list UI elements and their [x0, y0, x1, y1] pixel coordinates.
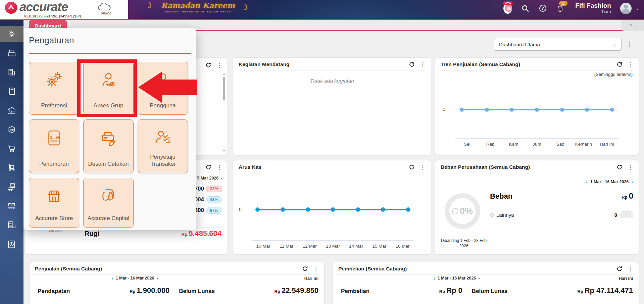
tile-accurate-store[interactable]: Accurate Store	[29, 178, 79, 227]
dashboard-selector[interactable]: Dashboard Utama ⌄	[494, 38, 622, 51]
divider	[490, 207, 633, 207]
donut-percent: 0%	[460, 206, 473, 216]
dashboard-selector-value: Dashboard Utama	[499, 42, 540, 47]
tile-preferensi[interactable]: Preferensi	[29, 62, 79, 115]
kebab-menu-icon[interactable]: ⋮	[313, 266, 319, 272]
tile-desain-cetakan[interactable]: Desain Cetakan	[83, 119, 134, 173]
refresh-icon[interactable]	[205, 164, 212, 170]
tile-penomoran[interactable]: 1...99 Penomoran	[29, 119, 79, 173]
page-indicator: 1	[630, 23, 632, 28]
sidebar-item-reports[interactable]	[0, 236, 23, 252]
trend-arrow-icon: →	[452, 208, 458, 214]
tile-accurate-capital[interactable]: RP Accurate Capital	[83, 178, 134, 227]
app-version: v1.0.1#3790-587261 [3499P12DP]	[23, 14, 82, 18]
sidebar-item-inventory[interactable]	[0, 160, 23, 176]
sidebar-item-purchases[interactable]	[0, 141, 23, 157]
legend-value: 0	[614, 212, 617, 218]
kebab-menu-icon[interactable]: ⋮	[216, 62, 222, 68]
svg-text:1...99: 1...99	[50, 135, 60, 139]
chevron-right-icon[interactable]: ›	[220, 175, 222, 181]
mascot-news-button[interactable]: NEW	[503, 4, 512, 13]
tile-label: Penomoran	[39, 160, 69, 167]
refresh-icon[interactable]	[302, 265, 308, 272]
refresh-icon[interactable]	[408, 61, 415, 68]
chevron-left-icon[interactable]: ‹	[434, 275, 435, 281]
refresh-icon[interactable]	[205, 62, 212, 68]
bank-cash-icon	[7, 105, 17, 115]
legend-label: Lainnya	[496, 212, 514, 218]
scroll-down-icon[interactable]: ▼	[222, 149, 226, 152]
refresh-icon[interactable]	[616, 61, 623, 68]
profile-chevron-down-icon[interactable]: ⌄	[636, 6, 639, 11]
sidebar-item-cash-register[interactable]	[0, 45, 23, 61]
chevron-right-icon[interactable]: ›	[156, 275, 158, 281]
tile-penyetuju-transaksi[interactable]: Penyetuju Transaksi	[138, 119, 188, 173]
ramadan-banner: Ramadan Kareem SELAMAT MENUNAIKAN IBADAH…	[158, 1, 238, 13]
help-button[interactable]: ?	[538, 4, 547, 13]
x-axis-line	[252, 240, 414, 241]
kebab-menu-icon[interactable]: ⋮	[628, 164, 633, 170]
pendapatan-label: Pendapatan	[38, 288, 70, 295]
profile-menu-button[interactable]	[620, 4, 632, 13]
pembelian-values-row: Pembelian RpRp 0 Belum Lunas RpRp 47.114…	[341, 286, 633, 295]
chevron-left-icon[interactable]: ‹	[112, 275, 113, 281]
notifications-button[interactable]: 2	[556, 4, 564, 13]
tile-pengguna[interactable]: Pengguna	[138, 62, 188, 115]
beban-value: 0	[629, 191, 633, 200]
top-header: Ramadan Kareem SELAMAT MENUNAIKAN IBADAH…	[0, 0, 644, 19]
kebab-menu-icon[interactable]: ⋮	[216, 164, 222, 170]
date-range-partial: 5 Mar 2026	[197, 176, 218, 181]
manufacture-conveyor-icon	[7, 201, 17, 211]
brand-name: accurate	[19, 0, 68, 14]
sidebar-item-bank[interactable]	[0, 102, 23, 118]
x-tick: 13 Mar	[321, 244, 344, 249]
widget-title: Tren Penjualan (Semua Cabang)	[441, 61, 616, 67]
sidebar-item-manufacture[interactable]	[0, 198, 23, 214]
refresh-icon[interactable]	[616, 265, 623, 272]
chevron-right-icon[interactable]: ›	[631, 179, 633, 185]
tile-label: Pengguna	[150, 102, 176, 109]
sidebar-item-settings[interactable]	[0, 26, 23, 42]
widget-scrollbar[interactable]: ▲ ▼	[222, 72, 226, 152]
sidebar-item-journal[interactable]	[0, 83, 23, 99]
scroll-up-icon[interactable]: ▲	[222, 72, 226, 75]
page-selector[interactable]: 1 ⌄	[623, 20, 644, 31]
dashboard-options-kebab[interactable]: ⋮	[626, 40, 633, 48]
kebab-menu-icon[interactable]: ⋮	[420, 164, 426, 170]
fixed-asset-icon	[7, 182, 17, 192]
search-button[interactable]	[521, 4, 530, 13]
empty-state-text: Tidak ada kegiatan	[233, 78, 431, 84]
kebab-menu-icon[interactable]: ⋮	[420, 62, 426, 67]
rugi-value: 5.485.604	[189, 229, 221, 238]
sales-tag-rp-icon: Rp	[7, 124, 17, 135]
currency-prefix: Rp	[130, 289, 135, 294]
sidebar-item-company[interactable]	[0, 64, 23, 80]
date-range-row: ‹ 1 Mar - 16 Mar 2026 ›	[586, 179, 633, 185]
refresh-icon[interactable]	[616, 164, 623, 170]
report-chart-icon	[7, 239, 17, 249]
chevron-left-icon[interactable]: ‹	[586, 179, 588, 185]
cash-register-icon	[7, 48, 17, 58]
refresh-icon[interactable]	[408, 164, 415, 170]
notification-count-badge: 2	[559, 1, 567, 6]
kebab-menu-icon[interactable]: ⋮	[628, 266, 633, 272]
legend-bullet-icon	[490, 213, 494, 217]
brand-online-label: online	[101, 11, 111, 15]
sidebar-item-tax[interactable]: TAX	[0, 217, 23, 233]
x-tick-labels: 10 Mar 11 Mar 12 Mar 13 Mar 14 Mar 15 Ma…	[252, 244, 414, 249]
kebab-menu-icon[interactable]: ⋮	[628, 62, 633, 67]
x-tick: Hari ini	[595, 142, 618, 147]
user-name: Tiara	[575, 9, 611, 14]
sidebar-item-assets[interactable]	[0, 179, 23, 195]
scroll-thumb[interactable]	[223, 77, 225, 100]
widget-title: Kegiatan Mendatang	[239, 61, 408, 67]
ramadan-banner-title: Ramadan Kareem	[158, 1, 238, 10]
tax-document-icon: TAX	[7, 220, 17, 230]
currency-prefix: Rp	[622, 195, 627, 200]
app-root: Ramadan Kareem SELAMAT MENUNAIKAN IBADAH…	[0, 0, 644, 304]
tile-akses-grup[interactable]: Akses Grup	[83, 62, 134, 115]
percent-pill: 23%	[206, 186, 222, 192]
chevron-right-icon[interactable]: ›	[478, 275, 480, 281]
laba-rugi-row: 004 43%	[195, 196, 222, 203]
sidebar-item-sales[interactable]: Rp	[0, 121, 23, 138]
